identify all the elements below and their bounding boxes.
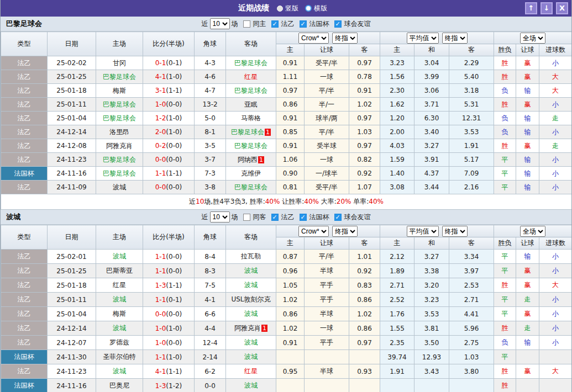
result-wdl: 平 (494, 293, 516, 307)
result-goals: 小 (539, 153, 572, 167)
checkbox-club-friendly[interactable] (334, 214, 342, 221)
match-count-select[interactable]: 10 (210, 211, 230, 223)
result-goals: 大 (539, 278, 572, 293)
odds-home: 1.06 (276, 153, 305, 167)
avg-draw: 3.43 (414, 364, 449, 379)
scope-select[interactable]: 全场 (520, 226, 545, 237)
away-team-cell: 克维伊 (226, 167, 276, 181)
odds-away: 1.02 (349, 98, 380, 112)
corner-count: 0-0 (195, 379, 226, 392)
match-row: 法乙25-01-04巴黎足球会1-2(1-0)5-0马蒂格0.91球半/两0.9… (1, 112, 572, 125)
odds-handicap: 半球 (305, 264, 349, 278)
corner-count: 7-3 (195, 167, 226, 181)
match-type: 法乙 (1, 153, 48, 167)
match-type: 法乙 (1, 250, 48, 264)
match-date: 25-01-04 (48, 307, 96, 321)
col-header-odds-away: 客 (349, 237, 380, 250)
match-count-select[interactable]: 10 (210, 18, 230, 29)
avg-time-select[interactable]: 终指 (442, 33, 468, 44)
col-header-type: 类型 (1, 225, 48, 250)
odds-source-select[interactable]: Crow* (298, 226, 329, 237)
result-wdl: 胜 (494, 98, 516, 112)
odds-home: 0.97 (276, 84, 305, 98)
col-header-result-wdl: 胜负 (494, 44, 516, 56)
col-header-result-handicap: 让球 (516, 44, 539, 56)
odds-handicap: 受平/半 (305, 56, 349, 70)
summary-value: 20% (337, 198, 351, 205)
match-row: 法乙25-01-11巴黎足球会1-0(0-0)13-2亚眠0.86半/一1.02… (1, 98, 572, 112)
home-team-cell: 波城 (96, 250, 143, 264)
checkbox-ligue2[interactable] (271, 214, 279, 221)
match-type: 法乙 (1, 125, 48, 139)
away-team-cell: 红星 (226, 70, 276, 84)
layout-radio-horizontal[interactable]: 横版 (305, 4, 327, 13)
away-team-cell: 波城 (226, 350, 276, 364)
summary-text: 让胜率: (280, 198, 304, 205)
checkbox-club-friendly[interactable] (334, 20, 342, 28)
avg-source-select[interactable]: 平均值 (407, 33, 439, 44)
corner-count: 4-1 (195, 293, 226, 307)
result-wdl: 平 (494, 167, 516, 181)
avg-draw (414, 379, 449, 392)
checkbox-coupe-de-france[interactable] (300, 20, 307, 28)
col-header-avg-draw: 和 (414, 44, 449, 56)
col-header-odds-handicap: 让球 (305, 44, 349, 56)
result-handicap: 输 (516, 112, 539, 125)
match-type: 法国杯 (1, 167, 48, 181)
corner-count: 4-6 (195, 70, 226, 84)
result-handicap: 走 (516, 321, 539, 336)
result-goals: 走 (539, 112, 572, 125)
matches-table-pau: 类型 日期 主场 比分(半场) 角球 客场 Crow*终指 平均值终指 全场 主… (1, 225, 572, 392)
home-team-cell: 波城 (96, 181, 143, 194)
score-cell: 0-0(0-0) (143, 307, 195, 321)
close-button[interactable]: X (556, 2, 568, 14)
odds-handicap: 球半/两 (305, 112, 349, 125)
odds-away: 0.82 (349, 153, 380, 167)
layout-radio-vertical[interactable]: 竖版 (277, 4, 298, 13)
odds-time-select[interactable]: 终指 (332, 33, 358, 44)
ligue2-label: 法乙 (281, 213, 295, 222)
radio-vertical-label: 竖版 (285, 4, 298, 13)
match-type: 法乙 (1, 84, 48, 98)
home-team-cell: 波城 (96, 321, 143, 336)
radio-unselected-icon (305, 5, 312, 12)
match-row: 法乙24-12-08阿雅克肖0-2(0-0)3-5巴黎足球会0.91受半球0.9… (1, 139, 572, 153)
match-row: 法乙24-11-09波城0-0(0-0)3-8巴黎足球会0.81受平/半1.07… (1, 181, 572, 194)
avg-home: 2.35 (380, 336, 414, 350)
move-down-button[interactable]: ↓ (540, 2, 553, 14)
avg-home: 2.30 (380, 84, 414, 98)
avg-draw: 12.93 (414, 350, 449, 364)
fulltime-score: 0-0 (155, 183, 166, 191)
match-row: 法国杯24-11-30圣菲尔伯特1-1(1-0)2-14波城39.7412.93… (1, 350, 572, 364)
checkbox-same-away[interactable] (243, 214, 250, 221)
odds-group-header: Crow*终指 (276, 225, 380, 237)
move-up-button[interactable]: ↑ (525, 2, 537, 14)
halftime-score: (1-0) (166, 325, 182, 332)
match-date: 25-01-25 (48, 70, 96, 84)
avg-group-header: 平均值终指 (380, 225, 494, 237)
away-team-cell: 巴黎足球会 (226, 139, 276, 153)
result-handicap (516, 379, 539, 392)
home-team-cell: 巴斯蒂亚 (96, 264, 143, 278)
result-wdl: 负 (494, 336, 516, 350)
radio-selected-icon (277, 6, 283, 12)
halftime-score: (0-0) (166, 156, 182, 163)
team-name: 亚眠 (244, 100, 258, 108)
odds-away: 0.97 (349, 112, 380, 125)
odds-source-select[interactable]: Crow* (298, 33, 329, 44)
avg-source-select[interactable]: 平均值 (407, 226, 439, 237)
odds-group-header: Crow*终指 (276, 32, 380, 44)
checkbox-same-home[interactable] (243, 20, 250, 28)
result-wdl: 平 (494, 350, 516, 364)
avg-time-select[interactable]: 终指 (442, 226, 468, 237)
odds-time-select[interactable]: 终指 (332, 226, 358, 237)
field-label: 场 (232, 213, 238, 222)
odds-away (349, 379, 380, 392)
fulltime-score: 1-1 (155, 267, 166, 275)
scope-select[interactable]: 全场 (520, 33, 545, 44)
away-team-cell: 巴黎足球会1 (226, 125, 276, 139)
checkbox-coupe-de-france[interactable] (300, 214, 307, 221)
section-filter-row: 巴黎足球会 近 10 场 同主 法乙 法国杯 球会友谊 (1, 17, 571, 31)
match-row: 法国杯24-11-16巴奥尼1-3(1-2)0-0波城胜 (1, 379, 572, 392)
checkbox-ligue2[interactable] (271, 20, 279, 28)
